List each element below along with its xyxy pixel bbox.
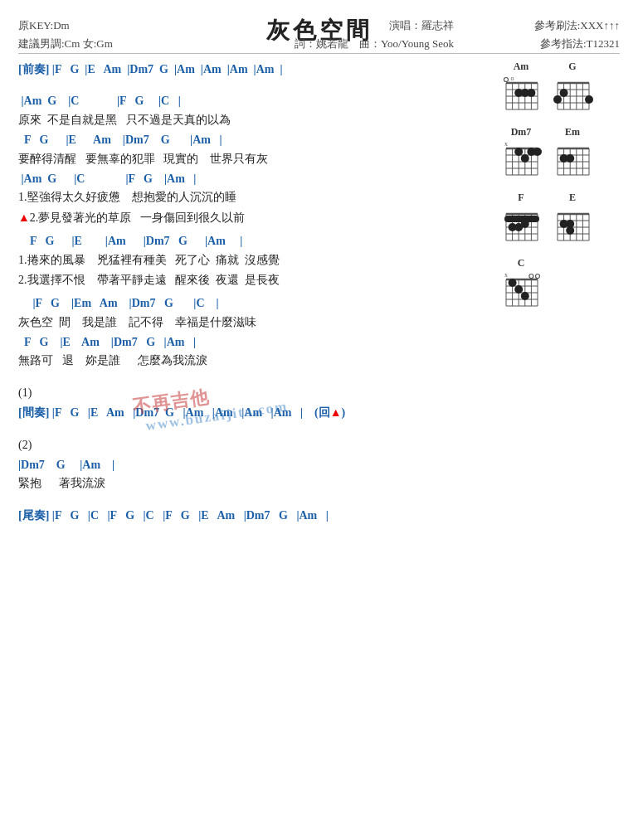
- g-svg: [551, 75, 594, 118]
- diagram-row-1: Am: [499, 61, 620, 118]
- svg-point-42: [514, 148, 523, 156]
- svg-text:x: x: [504, 271, 508, 279]
- performer-info: 演唱：羅志祥 詞：姚若龍 曲：Yoo/Young Seok: [295, 17, 454, 53]
- c-svg: x: [499, 271, 543, 314]
- composed-by: 曲：Yoo/Young Seok: [359, 37, 454, 50]
- dm7-grid: x: [499, 140, 543, 183]
- svg-point-29: [585, 95, 593, 104]
- outro-section: [尾奏] |F G |C |F G |C |F G |E Am |Dm7 G |…: [18, 507, 491, 525]
- g-grid: [551, 75, 594, 118]
- intro-label: [前奏]: [18, 63, 49, 75]
- outro-label: [尾奏]: [18, 509, 49, 522]
- verse1-lyric3-2-text: 2.夢見發著光的草原 一身傷回到很久以前: [30, 211, 245, 224]
- am-svg: o: [499, 75, 543, 118]
- svg-point-43: [521, 154, 529, 163]
- section2-chords: |Dm7 G |Am |: [18, 456, 491, 474]
- e-svg: [551, 206, 594, 249]
- f-label: F: [518, 192, 524, 204]
- bridge-lyric2: 無路可 退 妳是誰 怎麼為我流淚: [18, 352, 491, 370]
- c-grid: x: [499, 271, 543, 314]
- main-content: [前奏] |F G |E Am |Dm7 G |Am |Am |Am |Am |…: [18, 61, 620, 530]
- section2: (2) |Dm7 G |Am | 緊抱 著我流淚: [18, 436, 491, 493]
- em-grid: [551, 140, 594, 183]
- svg-point-101: [536, 274, 540, 279]
- svg-point-27: [553, 95, 562, 104]
- bridge-chord1: |F G |Em Am |Dm7 G |C |: [18, 294, 491, 313]
- svg-point-102: [509, 279, 517, 287]
- chord-diagrams: Am: [491, 61, 620, 530]
- chord-f: F: [499, 192, 543, 249]
- chorus-lyric1: 1.捲來的風暴 兇猛裡有種美 死了心 痛就 沒感覺: [18, 251, 491, 269]
- lyrics-by: 詞：姚若龍: [295, 37, 348, 50]
- chord-g: G: [551, 61, 594, 118]
- am-grid: o: [499, 75, 543, 118]
- svg-point-15: [527, 89, 535, 97]
- interlude-section: (1) [間奏] |F G |E Am |Dm7 G |Am |Am |Am |…: [18, 384, 491, 423]
- suggested-key: 建議男調:Cm 女:Gm: [18, 35, 113, 53]
- em-label: Em: [565, 126, 580, 138]
- chord-e: E: [551, 192, 594, 249]
- chorus-chord1: F G |E |Am |Dm7 G |Am |: [18, 232, 491, 250]
- verse1-section: |Am G |C |F G |C | 原來 不是自就是黑 只不過是天真的以為 F…: [18, 92, 491, 227]
- f-grid: [499, 206, 543, 249]
- svg-point-103: [514, 285, 523, 294]
- header: 原KEY:Dm 建議男調:Cm 女:Gm 灰色空間 演唱：羅志祥 詞：姚若龍 曲…: [18, 15, 620, 46]
- diagram-row-4: C: [499, 257, 620, 314]
- e-label: E: [569, 192, 576, 204]
- performer: 演唱：羅志祥: [295, 17, 454, 35]
- key-info: 原KEY:Dm 建議男調:Cm 女:Gm: [18, 17, 113, 53]
- bridge-section: |F G |Em Am |Dm7 G |C | 灰色空 間 我是誰 記不得 幸福…: [18, 294, 491, 371]
- svg-text:o: o: [511, 75, 514, 82]
- diagram-row-2: Dm7: [499, 126, 620, 183]
- page: 原KEY:Dm 建議男調:Cm 女:Gm 灰色空間 演唱：羅志祥 詞：姚若龍 曲…: [0, 0, 638, 840]
- svg-point-73: [521, 220, 529, 228]
- lyrics-composed: 詞：姚若龍 曲：Yoo/Young Seok: [295, 35, 454, 53]
- section2-label: (2): [18, 436, 491, 454]
- f-svg: [499, 206, 543, 249]
- chord-c: C: [499, 257, 543, 314]
- verse1-lyric3-2: ▲2.夢見發著光的草原 一身傷回到很久以前: [18, 209, 491, 227]
- svg-point-58: [566, 154, 574, 163]
- svg-point-45: [533, 148, 542, 156]
- svg-point-100: [529, 274, 533, 279]
- am-label: Am: [514, 61, 529, 73]
- svg-text:x: x: [504, 140, 508, 148]
- ref-info: 參考刷法:XXX↑↑↑ 參考指法:T12321: [534, 17, 620, 53]
- original-key: 原KEY:Dm: [18, 17, 113, 35]
- outro-line: [尾奏] |F G |C |F G |C |F G |E Am |Dm7 G |…: [18, 507, 491, 525]
- em-svg: [551, 140, 594, 183]
- section2-lyric: 緊抱 著我流淚: [18, 474, 491, 493]
- chord-am: Am: [499, 61, 543, 118]
- intro-chord-line: [前奏] |F G |E Am |Dm7 G |Am |Am |Am |Am |: [18, 61, 491, 79]
- song-body: [前奏] |F G |E Am |Dm7 G |Am |Am |Am |Am |…: [18, 61, 491, 530]
- interlude-label: (1): [18, 384, 491, 402]
- bridge-chord2: F G |E Am |Dm7 G |Am |: [18, 333, 491, 352]
- interlude-line: [間奏] |F G |E Am |Dm7 G |Am |Am |Am |Am |…: [18, 404, 491, 422]
- strumming: 參考刷法:XXX↑↑↑: [534, 17, 620, 35]
- chorus-section: F G |E |Am |Dm7 G |Am | 1.捲來的風暴 兇猛裡有種美 死…: [18, 232, 491, 289]
- bridge-lyric1: 灰色空 間 我是誰 記不得 幸福是什麼滋味: [18, 313, 491, 332]
- verse1-lyric3-1: 1.堅強得太久好疲憊 想抱愛的人沉沉的睡: [18, 188, 491, 206]
- diagram-row-3: F: [499, 192, 620, 249]
- fingering: 參考指法:T12321: [534, 35, 620, 53]
- svg-point-28: [560, 89, 568, 97]
- e-grid: [551, 206, 594, 249]
- verse1-chord1: |Am G |C |F G |C |: [18, 92, 491, 110]
- g-label: G: [568, 61, 576, 73]
- svg-point-104: [521, 292, 529, 300]
- svg-point-11: [504, 78, 509, 82]
- chord-dm7: Dm7: [499, 126, 543, 183]
- verse1-lyric1: 原來 不是自就是黑 只不過是天真的以為: [18, 111, 491, 129]
- chord-em: Em: [551, 126, 594, 183]
- chorus-lyric2: 2.我選擇不恨 帶著平靜走遠 醒來後 夜還 是長夜: [18, 271, 491, 289]
- intro-section: [前奏] |F G |E Am |Dm7 G |Am |Am |Am |Am |: [18, 61, 491, 79]
- dm7-svg: x: [499, 140, 543, 183]
- svg-point-87: [566, 226, 574, 235]
- c-label: C: [518, 257, 525, 269]
- verse1-lyric2: 要醉得清醒 要無辜的犯罪 現實的 世界只有灰: [18, 150, 491, 168]
- verse1-chord3: |Am G |C |F G |Am |: [18, 170, 491, 188]
- verse1-chord2: F G |E Am |Dm7 G |Am |: [18, 131, 491, 149]
- dm7-label: Dm7: [511, 126, 532, 138]
